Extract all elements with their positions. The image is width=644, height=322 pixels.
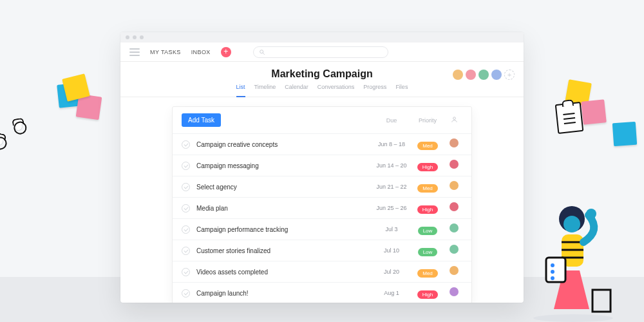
add-member-button[interactable]: + — [504, 70, 515, 80]
task-priority[interactable]: Med — [410, 181, 446, 193]
task-priority[interactable]: High — [410, 202, 446, 214]
task-priority[interactable]: Low — [410, 223, 446, 235]
task-due: Aug 1 — [374, 290, 410, 296]
tab-timeline[interactable]: Timeline — [254, 84, 276, 93]
task-row[interactable]: Campaign creative conceptsJun 8 – 18Med — [173, 133, 471, 155]
nav-my-tasks[interactable]: MY TASKS — [150, 49, 181, 55]
task-list-header: Add Task Due Priority — [173, 107, 471, 133]
task-priority[interactable]: High — [410, 160, 446, 171]
search-icon — [259, 49, 265, 55]
svg-point-0 — [260, 50, 263, 53]
svg-point-5 — [559, 206, 585, 232]
project-tabs: ListTimelineCalendarConversationsProgres… — [120, 84, 524, 97]
task-name[interactable]: Media plan — [196, 205, 374, 212]
task-due: Jul 10 — [374, 247, 410, 254]
task-name[interactable]: Campaign launch! — [196, 290, 374, 297]
svg-rect-4 — [592, 290, 611, 312]
task-row[interactable]: Campaign messagingJun 14 – 20High — [173, 155, 471, 176]
svg-rect-8 — [546, 258, 565, 282]
tab-files[interactable]: Files — [395, 84, 408, 93]
task-assignee[interactable] — [446, 202, 462, 214]
complete-checkbox-icon[interactable] — [182, 140, 190, 149]
task-due: Jun 25 – 26 — [374, 205, 410, 211]
task-name[interactable]: Campaign creative concepts — [196, 141, 374, 148]
svg-point-12 — [586, 209, 596, 219]
tab-list[interactable]: List — [236, 84, 245, 97]
member-avatar[interactable] — [453, 70, 463, 80]
task-row[interactable]: Campaign launch!Aug 1High — [173, 282, 471, 303]
task-priority[interactable]: Med — [410, 138, 446, 150]
svg-point-6 — [564, 216, 580, 232]
task-assignee[interactable] — [446, 266, 462, 278]
task-priority[interactable]: Low — [410, 245, 446, 256]
svg-point-11 — [551, 276, 554, 280]
task-name[interactable]: Customer stories finalized — [196, 247, 374, 254]
task-due: Jun 21 – 22 — [374, 184, 410, 190]
decor-clipboard-check-icon-2 — [0, 137, 4, 146]
task-row[interactable]: Media planJun 25 – 26High — [173, 197, 471, 218]
task-row[interactable]: Campaign performance trackingJul 3Low — [173, 218, 471, 240]
task-assignee[interactable] — [446, 223, 462, 235]
decor-sticky-pink-2 — [581, 99, 607, 125]
traffic-light-zoom-icon[interactable] — [140, 35, 144, 39]
column-header-due: Due — [374, 117, 410, 124]
task-priority[interactable]: High — [410, 287, 446, 299]
tab-progress[interactable]: Progress — [363, 84, 386, 93]
task-assignee[interactable] — [446, 138, 462, 150]
complete-checkbox-icon[interactable] — [182, 204, 190, 213]
svg-line-1 — [263, 53, 265, 55]
task-name[interactable]: Videos assets completed — [196, 269, 374, 276]
decor-sticky-blue-2 — [612, 122, 637, 146]
complete-checkbox-icon[interactable] — [182, 268, 190, 276]
task-due: Jul 3 — [374, 226, 410, 232]
task-name[interactable]: Campaign performance tracking — [196, 226, 374, 233]
task-due: Jun 8 – 18 — [374, 141, 410, 147]
top-bar: MY TASKS INBOX + — [120, 43, 524, 62]
complete-checkbox-icon[interactable] — [182, 247, 190, 255]
nav-inbox[interactable]: INBOX — [191, 49, 211, 55]
column-header-priority: Priority — [410, 117, 446, 124]
svg-point-10 — [551, 270, 554, 274]
task-row[interactable]: Customer stories finalizedJul 10Low — [173, 240, 471, 261]
complete-checkbox-icon[interactable] — [182, 183, 190, 191]
decor-clipboard-check-icon — [14, 122, 23, 131]
task-row[interactable]: Select agencyJun 21 – 22Med — [173, 176, 471, 197]
task-assignee[interactable] — [446, 245, 462, 256]
window-titlebar — [120, 32, 524, 43]
member-avatar[interactable] — [491, 70, 502, 80]
task-assignee[interactable] — [446, 181, 462, 193]
svg-rect-7 — [562, 234, 583, 267]
person-icon — [451, 118, 458, 124]
task-assignee[interactable] — [446, 287, 462, 299]
task-priority[interactable]: Med — [410, 266, 446, 278]
member-avatar[interactable] — [478, 70, 489, 80]
column-header-assignee — [446, 116, 462, 124]
traffic-light-close-icon[interactable] — [126, 35, 129, 39]
svg-point-3 — [533, 314, 613, 322]
task-due: Jul 20 — [374, 269, 410, 275]
project-members: + — [453, 70, 515, 80]
complete-checkbox-icon[interactable] — [182, 289, 190, 298]
svg-point-9 — [551, 263, 554, 267]
task-name[interactable]: Select agency — [196, 184, 374, 191]
quick-add-button[interactable]: + — [221, 47, 231, 57]
menu-icon[interactable] — [129, 48, 140, 56]
tab-calendar[interactable]: Calendar — [285, 84, 308, 93]
task-assignee[interactable] — [446, 160, 462, 171]
add-task-button[interactable]: Add Task — [182, 113, 221, 127]
app-window: MY TASKS INBOX + Marketing Campaign List… — [120, 32, 524, 303]
task-name[interactable]: Campaign messaging — [196, 162, 374, 169]
task-due: Jun 14 – 20 — [374, 162, 410, 169]
project-header: Marketing Campaign ListTimelineCalendarC… — [120, 62, 524, 97]
member-avatar[interactable] — [466, 70, 476, 80]
decor-clipboard-lines-icon — [555, 102, 584, 134]
search-input[interactable] — [253, 46, 388, 58]
svg-point-2 — [453, 117, 455, 120]
complete-checkbox-icon[interactable] — [182, 225, 190, 234]
complete-checkbox-icon[interactable] — [182, 162, 190, 170]
tab-conversations[interactable]: Conversations — [317, 84, 355, 93]
task-row[interactable]: Videos assets completedJul 20Med — [173, 261, 471, 282]
decor-illustration-person — [528, 180, 625, 322]
traffic-light-minimize-icon[interactable] — [133, 35, 137, 39]
task-list-panel: Add Task Due Priority Campaign creative … — [172, 106, 472, 303]
